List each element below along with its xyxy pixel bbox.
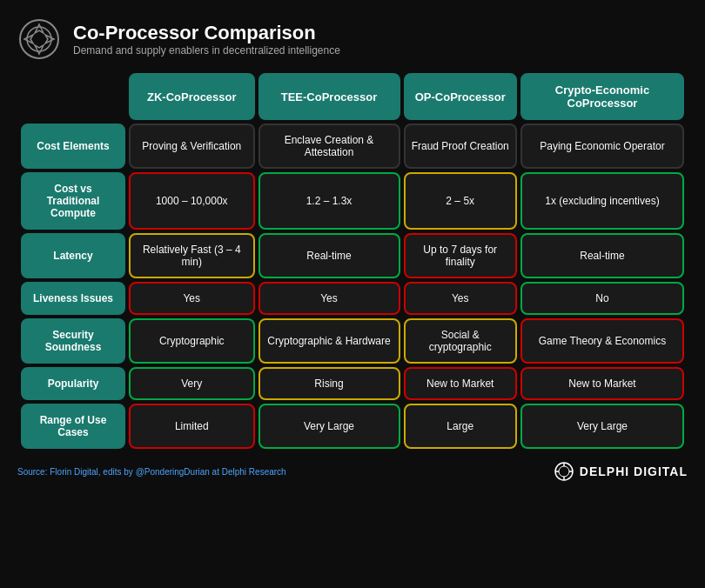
- cell-security-soundness-col-2: Social & cryptographic: [404, 318, 517, 364]
- page-header: Co-Processor Comparison Demand and suppl…: [17, 17, 688, 61]
- logo-icon: [17, 17, 61, 61]
- col-header-ce: Crypto-Economic CoProcessor: [520, 73, 684, 120]
- svg-marker-5: [45, 35, 54, 43]
- header-text: Co-Processor Comparison Demand and suppl…: [73, 22, 340, 57]
- cell-latency-col-2: Up to 7 days for finality: [404, 233, 517, 278]
- cell-cost-vs-traditional-col-3: 1x (excluding incentives): [520, 172, 684, 230]
- col-header-tee: TEE-CoProcessor: [258, 73, 400, 120]
- cell-cost-vs-traditional-col-2: 2 – 5x: [404, 172, 517, 230]
- brand-label: DELPHI DIGITAL: [580, 464, 688, 478]
- source-suffix: at Delphi Research: [210, 467, 286, 477]
- source-text: Source: Florin Digital, edits by: [17, 467, 136, 477]
- svg-point-7: [559, 466, 569, 477]
- footer-brand: DELPHI DIGITAL: [554, 461, 688, 482]
- cell-range-of-use-cases-col-0: Limited: [129, 404, 255, 449]
- row-header-liveness-issues: Liveness Issues: [21, 282, 125, 315]
- cell-security-soundness-col-1: Cryptographic & Hardware: [258, 318, 400, 364]
- row-header-popularity: Popularity: [21, 367, 125, 400]
- cell-security-soundness-col-3: Game Theory & Economics: [520, 318, 684, 364]
- source-link[interactable]: @PonderingDurian: [136, 467, 210, 477]
- row-header-security-soundness: Security Soundness: [21, 318, 125, 364]
- footer-source: Source: Florin Digital, edits by @Ponder…: [17, 467, 286, 477]
- cell-popularity-col-3: New to Market: [520, 367, 684, 400]
- delphi-logo-icon: [554, 461, 574, 482]
- cell-cost-elements-col-3: Paying Economic Operator: [520, 124, 684, 169]
- page-title: Co-Processor Comparison: [73, 22, 340, 44]
- cell-latency-col-3: Real-time: [520, 233, 684, 278]
- row-header-range-of-use-cases: Range of Use Cases: [21, 404, 125, 449]
- cell-popularity-col-1: Rising: [258, 367, 400, 400]
- svg-marker-4: [24, 35, 33, 43]
- cell-latency-col-1: Real-time: [258, 233, 400, 278]
- row-header-latency: Latency: [21, 233, 125, 278]
- cell-range-of-use-cases-col-3: Very Large: [520, 404, 684, 449]
- footer: Source: Florin Digital, edits by @Ponder…: [17, 461, 688, 482]
- svg-marker-2: [35, 24, 44, 33]
- svg-marker-3: [35, 45, 44, 54]
- row-header-cost-elements: Cost Elements: [21, 124, 125, 169]
- comparison-table: ZK-CoProcessor TEE-CoProcessor OP-CoProc…: [17, 70, 688, 452]
- cell-latency-col-0: Relatively Fast (3 – 4 min): [129, 233, 255, 278]
- cell-range-of-use-cases-col-2: Large: [404, 404, 517, 449]
- cell-cost-vs-traditional-col-1: 1.2 – 1.3x: [258, 172, 400, 230]
- cell-liveness-issues-col-2: Yes: [404, 282, 517, 315]
- cell-liveness-issues-col-0: Yes: [129, 282, 255, 315]
- cell-cost-elements-col-1: Enclave Creation & Attestation: [258, 124, 400, 169]
- cell-popularity-col-2: New to Market: [404, 367, 517, 400]
- cell-security-soundness-col-0: Cryptographic: [129, 318, 255, 364]
- cell-liveness-issues-col-1: Yes: [258, 282, 400, 315]
- cell-popularity-col-0: Very: [129, 367, 255, 400]
- col-header-op: OP-CoProcessor: [404, 73, 517, 120]
- cell-liveness-issues-col-3: No: [520, 282, 684, 315]
- cell-cost-elements-col-2: Fraud Proof Creation: [404, 124, 517, 169]
- cell-range-of-use-cases-col-1: Very Large: [258, 404, 400, 449]
- row-header-cost-vs-traditional: Cost vs Traditional Compute: [21, 172, 125, 230]
- cell-cost-vs-traditional-col-0: 1000 – 10,000x: [129, 172, 255, 230]
- page-subtitle: Demand and supply enablers in decentrali…: [73, 44, 340, 57]
- col-header-zk: ZK-CoProcessor: [129, 73, 255, 120]
- cell-cost-elements-col-0: Proving & Verification: [129, 124, 255, 169]
